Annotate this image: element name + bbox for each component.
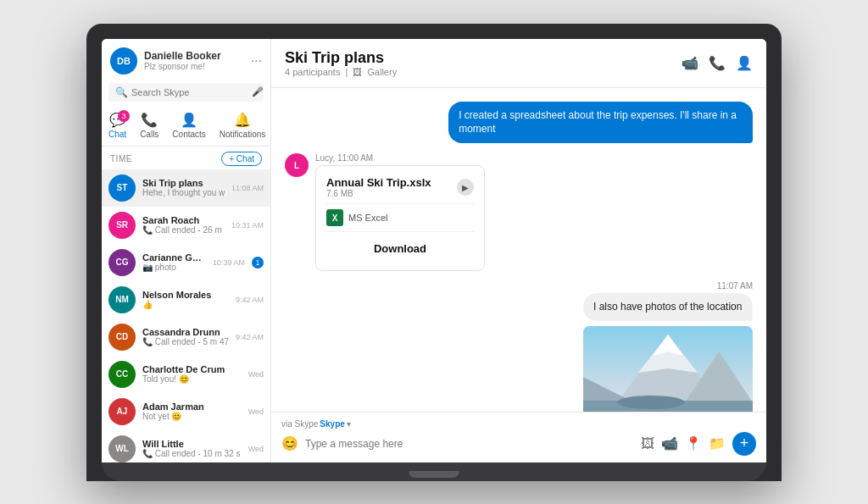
- lucy-name: Lucy: [315, 153, 332, 163]
- chat-item-name: Adam Jarman: [142, 402, 242, 412]
- chat-item-badge: 1: [252, 257, 264, 269]
- message-1-content: I created a spreadsheet about the trip e…: [448, 102, 753, 144]
- chat-item[interactable]: SRSarah Roach📞 Call ended - 26 m 23 s10:…: [102, 207, 270, 244]
- laptop-notch: [409, 471, 459, 478]
- chat-item[interactable]: WLWill Little📞 Call ended - 10 m 32 sWed: [102, 430, 270, 462]
- voice-call-button[interactable]: 📞: [709, 55, 726, 71]
- chevron-down-icon: ▾: [347, 419, 351, 429]
- laptop-screen: DB Danielle Booker Plz sponsor me! ··· 🔍…: [102, 39, 766, 462]
- chat-item-avatar: CG: [108, 249, 136, 276]
- chat-item-info: Will Little📞 Call ended - 10 m 32 s: [142, 439, 242, 458]
- location-button[interactable]: 📍: [685, 435, 702, 451]
- file-button[interactable]: 📁: [709, 435, 726, 451]
- message-2-time: 11:00 AM: [337, 153, 373, 163]
- profile-status: Plz sponsor me!: [144, 62, 244, 71]
- chat-title-area: Ski Trip plans 4 participants | 🖼 Galler…: [285, 49, 682, 77]
- message-1-bubble: I created a spreadsheet about the trip e…: [448, 102, 753, 144]
- play-button[interactable]: ▶: [457, 179, 474, 196]
- chat-item[interactable]: AJAdam JarmanNot yet 😊Wed: [102, 393, 270, 430]
- chat-item[interactable]: CDCassandra Drunn📞 Call ended - 5 m 47 s…: [102, 318, 270, 356]
- input-actions: 🖼 📹 📍 📁 +: [641, 432, 756, 456]
- chat-actions: 📹 📞 👤: [682, 55, 753, 71]
- download-button[interactable]: Download: [326, 237, 474, 260]
- chat-item[interactable]: CGCarianne Gentry📷 photo10:39 AM1: [102, 244, 270, 281]
- video-call-button[interactable]: 📹: [682, 55, 698, 71]
- svg-point-7: [617, 396, 685, 409]
- chat-item-preview: Not yet 😊: [142, 412, 242, 421]
- chat-item-info: Adam JarmanNot yet 😊: [142, 402, 242, 421]
- chat-item[interactable]: CCCharlotte De CrumTold you! 😊Wed: [102, 356, 270, 393]
- chat-item-time: 10:31 AM: [231, 221, 264, 230]
- sidebar-profile: DB Danielle Booker Plz sponsor me! ···: [102, 39, 270, 80]
- new-chat-button[interactable]: + Chat: [221, 152, 262, 166]
- chat-item-preview: Hehe, I thought you would like: [142, 188, 225, 197]
- chat-item-avatar: NM: [108, 286, 136, 313]
- chat-item-preview: Told you! 😊: [142, 374, 242, 384]
- message-3-time: 11:07 AM: [717, 281, 753, 291]
- gallery-label: Gallery: [367, 67, 397, 77]
- chat-item-name: Ski Trip plans: [142, 178, 225, 188]
- profile-menu-button[interactable]: ···: [251, 53, 262, 69]
- chat-item-info: Ski Trip plansHehe, I thought you would …: [142, 178, 225, 197]
- notifications-icon: 🔔: [234, 112, 251, 128]
- add-participant-button[interactable]: 👤: [736, 55, 753, 71]
- message-3: 11:07 AM I also have photos of the locat…: [285, 281, 753, 411]
- tab-chat-label: Chat: [108, 130, 126, 139]
- message-2-content: Lucy, 11:00 AM Annual Ski Trip.xslx 7.6 …: [315, 153, 485, 271]
- chat-item[interactable]: STSki Trip plansHehe, I thought you woul…: [102, 169, 270, 207]
- chat-item[interactable]: NMNelson Morales👍9:42 AM: [102, 281, 270, 318]
- chat-item-time: 11:08 AM: [231, 184, 264, 192]
- add-button[interactable]: +: [732, 432, 756, 456]
- chat-item-name: Sarah Roach: [142, 215, 225, 225]
- tab-calls[interactable]: 📞 Calls: [133, 110, 165, 141]
- lucy-avatar: L: [285, 153, 309, 177]
- chat-item-time: 10:39 AM: [213, 258, 245, 267]
- search-icon: 🔍: [115, 86, 128, 98]
- chat-item-avatar: AJ: [108, 398, 136, 425]
- message-2-meta: Lucy, 11:00 AM: [315, 153, 485, 163]
- message-1-text: I created a spreadsheet about the trip e…: [459, 109, 737, 136]
- chat-item-name: Will Little: [142, 439, 242, 449]
- chat-item-time: 9:42 AM: [236, 296, 264, 304]
- mountain-image: [583, 326, 753, 412]
- file-app: X MS Excel: [326, 203, 474, 232]
- chat-item-info: Carianne Gentry📷 photo: [142, 252, 206, 272]
- message-3-meta: 11:07 AM: [583, 281, 753, 291]
- skype-logo: Skype: [320, 419, 344, 429]
- file-size: 7.6 MB: [326, 189, 431, 198]
- message-input[interactable]: [305, 438, 634, 450]
- image-button[interactable]: 🖼: [641, 436, 654, 451]
- video-button[interactable]: 📹: [661, 435, 678, 451]
- chat-item-info: Charlotte De CrumTold you! 😊: [142, 364, 242, 384]
- chat-badge: 3: [118, 110, 130, 122]
- via-label: via Skype: [281, 419, 318, 429]
- tab-notifications[interactable]: 🔔 Notifications: [213, 110, 272, 141]
- microphone-icon: 🎤: [252, 86, 264, 97]
- tab-contacts[interactable]: 👤 Contacts: [165, 110, 212, 141]
- chat-item-avatar: SR: [108, 212, 136, 239]
- chat-title: Ski Trip plans: [285, 49, 682, 67]
- message-2: L Lucy, 11:00 AM Annual Ski Trip.xslx 7.…: [285, 153, 753, 271]
- search-input[interactable]: [131, 87, 248, 97]
- chat-item-preview: 📞 Call ended - 26 m 23 s: [142, 225, 225, 235]
- chat-item-info: Sarah Roach📞 Call ended - 26 m 23 s: [142, 215, 225, 235]
- chat-item-name: Charlotte De Crum: [142, 364, 242, 374]
- file-app-label: MS Excel: [348, 213, 387, 223]
- gallery-icon: 🖼: [353, 67, 362, 77]
- emoji-button[interactable]: 😊: [281, 435, 298, 451]
- chat-item-name: Cassandra Drunn: [142, 327, 229, 337]
- time-label: TIME: [110, 154, 132, 163]
- chat-item-name: Nelson Morales: [142, 290, 229, 300]
- chat-item-time: Wed: [248, 445, 264, 453]
- calls-icon: 📞: [141, 112, 158, 128]
- tab-chat[interactable]: 💬 Chat 3: [102, 110, 133, 141]
- contacts-icon: 👤: [181, 112, 198, 128]
- message-3-content: 11:07 AM I also have photos of the locat…: [583, 281, 753, 411]
- chat-item-preview: 📷 photo: [142, 263, 206, 272]
- file-header: Annual Ski Trip.xslx 7.6 MB ▶: [326, 176, 474, 198]
- chat-item-time: 9:42 AM: [236, 333, 264, 341]
- chat-item-preview: 📞 Call ended - 5 m 47 s: [142, 337, 229, 346]
- tab-contacts-label: Contacts: [172, 130, 205, 139]
- chat-item-name: Carianne Gentry: [142, 252, 206, 263]
- chat-item-time: Wed: [248, 370, 264, 379]
